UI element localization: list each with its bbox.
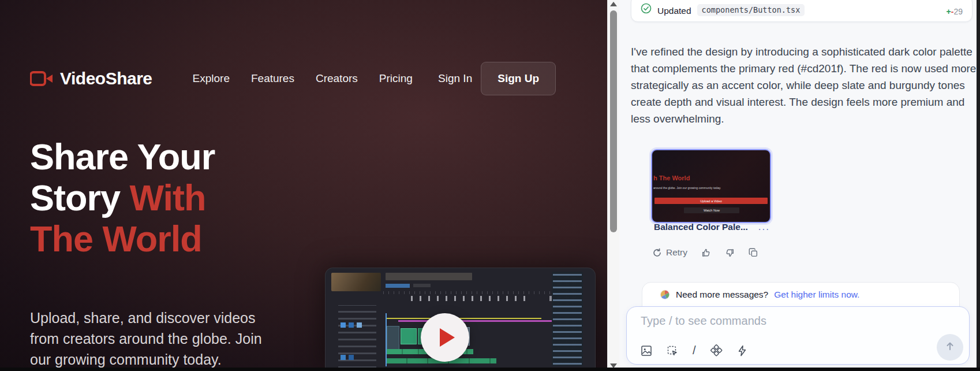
- screenshot-root: VideoShare Explore Features Creators Pri…: [0, 0, 980, 371]
- editor-preview-photo: [331, 273, 381, 291]
- hero-line-3: The World: [30, 218, 296, 259]
- slash-command-icon[interactable]: /: [693, 344, 696, 357]
- sign-up-button[interactable]: Sign Up: [481, 62, 556, 95]
- assistant-message: I've refined the design by introducing a…: [631, 43, 980, 127]
- nav-link-pricing[interactable]: Pricing: [379, 72, 413, 85]
- image-icon[interactable]: [641, 345, 652, 357]
- editor-project-bin: [552, 272, 583, 366]
- diff-stat: +-29: [947, 7, 963, 16]
- bolt-icon[interactable]: [737, 345, 747, 357]
- editor-clip: [401, 328, 417, 344]
- updated-file-chip: components/Button.tsx: [697, 4, 805, 16]
- nav-link-explore[interactable]: Explore: [193, 72, 230, 85]
- update-status-label: Updated: [657, 6, 691, 16]
- editor-gray-chip: [413, 284, 431, 287]
- file-update-card[interactable]: Updated components/Button.tsx +-29: [631, 0, 972, 22]
- vertical-scrollbar[interactable]: [607, 0, 619, 371]
- assistant-panel: Updated components/Button.tsx +-29 I've …: [619, 0, 977, 368]
- site-header: VideoShare Explore Features Creators Pri…: [30, 60, 556, 98]
- window-right-edge: [977, 0, 980, 371]
- editor-tool-swatch: [349, 322, 354, 328]
- scrollbar-thumb[interactable]: [610, 10, 617, 232]
- hero-line-2: Story With: [30, 177, 296, 218]
- composer-placeholder: Type / to see commands: [641, 314, 766, 328]
- version-thumbnail[interactable]: h The World around the globe. Join our g…: [651, 149, 771, 223]
- editor-magenta-track-line: [398, 320, 560, 322]
- message-composer[interactable]: Type / to see commands /: [626, 306, 970, 365]
- check-circle-icon: [641, 3, 652, 16]
- thumbs-up-button[interactable]: [701, 248, 711, 258]
- thumbs-down-icon: [725, 248, 735, 258]
- play-icon: [440, 328, 455, 347]
- send-arrow-icon: [944, 340, 956, 354]
- version-caption-row: Balanced Color Pale... ...: [654, 222, 781, 232]
- editor-project-bin-rows: [553, 273, 582, 365]
- scroll-up-arrow[interactable]: [610, 2, 617, 6]
- color-wheel-icon: [660, 290, 670, 302]
- editor-transport-controls: [411, 296, 532, 301]
- nav-link-creators[interactable]: Creators: [316, 72, 358, 85]
- editor-top-strip: [386, 273, 472, 280]
- copy-icon: [749, 248, 758, 258]
- limits-banner-text: Need more messages?: [676, 290, 768, 300]
- hero-line-1: Share Your: [30, 136, 296, 177]
- thumb-heading-fragment: h The World: [653, 175, 690, 181]
- editor-timeline-ruler: [383, 291, 550, 294]
- video-camera-icon: [30, 71, 53, 87]
- sign-in-link[interactable]: Sign In: [438, 72, 472, 85]
- site-nav: Explore Features Creators Pricing: [193, 72, 413, 85]
- composer-toolbar: /: [641, 344, 747, 357]
- send-button[interactable]: [937, 334, 963, 361]
- editor-tool-swatch: [357, 322, 362, 328]
- components-icon[interactable]: [710, 344, 723, 357]
- retry-icon: [652, 248, 662, 258]
- editor-tool-swatch: [341, 355, 346, 360]
- get-higher-limits-link[interactable]: Get higher limits now.: [774, 290, 859, 300]
- brand-name: VideoShare: [60, 69, 152, 88]
- thumb-subtext: around the globe. Join our growing commu…: [653, 186, 769, 190]
- editor-blue-chip: [386, 284, 410, 288]
- copy-button[interactable]: [749, 248, 758, 258]
- version-caption[interactable]: Balanced Color Pale...: [654, 222, 748, 232]
- thumb-secondary-button: Watch Now: [684, 207, 739, 213]
- hero-heading: Share Your Story With The World: [30, 136, 296, 260]
- message-actions: Retry: [652, 247, 758, 258]
- thumbs-down-button[interactable]: [725, 248, 735, 258]
- editor-yellow-track-line: [387, 318, 541, 319]
- more-options-button[interactable]: ...: [758, 224, 770, 230]
- window-bottom-edge: [0, 368, 980, 371]
- hero-subtitle: Upload, share, and discover videos from …: [30, 308, 272, 368]
- brand-logo[interactable]: VideoShare: [30, 69, 152, 88]
- editor-tool-swatch: [349, 355, 354, 360]
- thumb-primary-button: Upload a Video: [654, 198, 768, 204]
- nav-link-features[interactable]: Features: [251, 72, 294, 85]
- play-button[interactable]: [421, 313, 469, 362]
- thumbs-up-icon: [701, 248, 711, 258]
- retry-button[interactable]: Retry: [652, 247, 687, 258]
- editor-tool-swatch: [341, 322, 346, 328]
- select-cursor-icon[interactable]: [667, 345, 678, 357]
- site-preview-panel: VideoShare Explore Features Creators Pri…: [0, 0, 607, 368]
